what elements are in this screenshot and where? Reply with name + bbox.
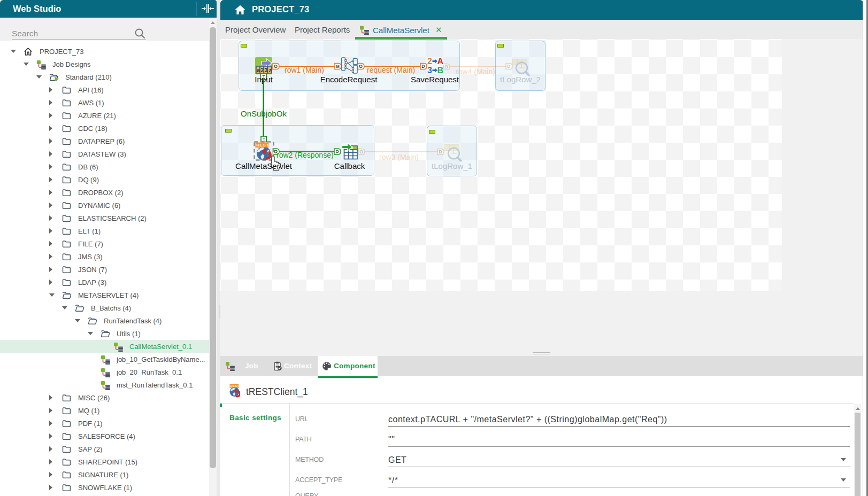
svg-text:row3 (Main): row3 (Main) bbox=[379, 153, 419, 161]
svg-text:T: T bbox=[263, 137, 265, 142]
svg-text:2: 2 bbox=[261, 67, 264, 73]
svg-text:request (Main): request (Main) bbox=[367, 66, 415, 74]
svg-text:Callback: Callback bbox=[334, 161, 365, 170]
svg-text:SaveRequest: SaveRequest bbox=[411, 75, 459, 84]
svg-text:CallMetaServlet: CallMetaServlet bbox=[235, 161, 293, 170]
svg-text:row2 (Response): row2 (Response) bbox=[276, 151, 334, 159]
svg-text:REST: REST bbox=[256, 143, 269, 148]
svg-text:A: A bbox=[437, 57, 444, 66]
svg-text:Input: Input bbox=[255, 75, 273, 84]
svg-text:row1 (Main): row1 (Main) bbox=[285, 66, 324, 74]
svg-text:2: 2 bbox=[427, 57, 432, 66]
svg-text:3: 3 bbox=[265, 67, 268, 73]
svg-text:3: 3 bbox=[427, 66, 432, 75]
svg-text:B: B bbox=[437, 66, 444, 75]
svg-text:REST: REST bbox=[231, 384, 240, 387]
svg-text:OnSubjobOk: OnSubjobOk bbox=[241, 109, 287, 118]
svg-text:z: z bbox=[269, 67, 272, 73]
svg-text:tLogRow_1: tLogRow_1 bbox=[432, 161, 472, 170]
svg-text:row4 (Main): row4 (Main) bbox=[456, 67, 495, 76]
svg-text:EncodeRequest: EncodeRequest bbox=[320, 75, 378, 84]
svg-text:tLogRow_2: tLogRow_2 bbox=[500, 75, 541, 84]
svg-text:a: a bbox=[257, 67, 260, 73]
